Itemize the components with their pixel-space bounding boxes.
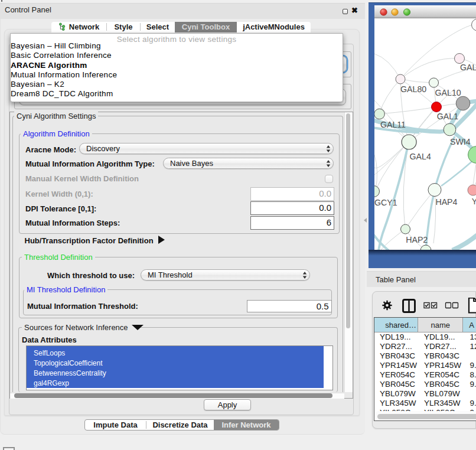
svg-text:GAL: GAL bbox=[460, 63, 476, 72]
svg-text:Y: Y bbox=[472, 197, 476, 206]
svg-text:GAL10: GAL10 bbox=[435, 88, 461, 97]
svg-text:GAL4: GAL4 bbox=[410, 152, 431, 161]
svg-text:GAL1: GAL1 bbox=[437, 112, 458, 121]
svg-text:GAL11: GAL11 bbox=[380, 120, 406, 129]
svg-text:GCY1: GCY1 bbox=[374, 198, 397, 207]
svg-text:SWI4: SWI4 bbox=[450, 137, 471, 146]
svg-text:HAP4: HAP4 bbox=[435, 197, 457, 207]
svg-text:GAL80: GAL80 bbox=[400, 84, 426, 94]
svg-text:HAP2: HAP2 bbox=[406, 235, 428, 244]
